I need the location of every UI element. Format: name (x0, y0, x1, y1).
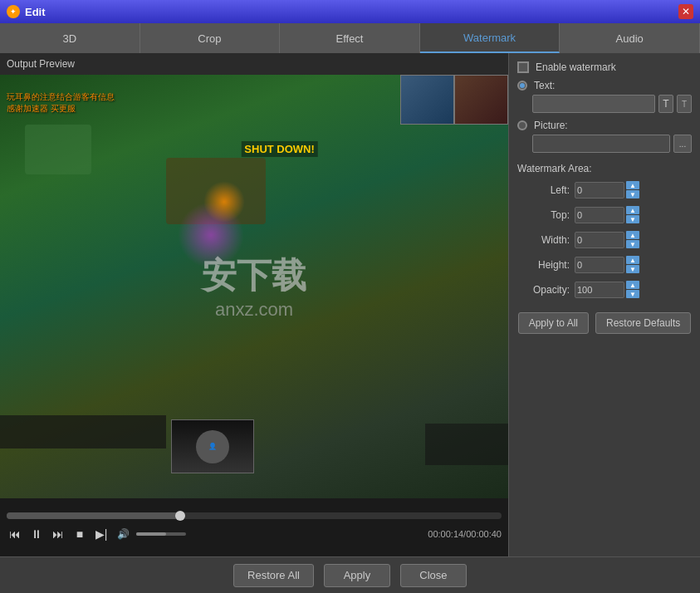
next-frame-button[interactable]: ▶| (93, 526, 110, 542)
apply-button[interactable]: Apply (324, 564, 390, 587)
height-field-row: Height: ▲ ▼ (517, 256, 692, 274)
top-down-btn[interactable]: ▼ (626, 215, 639, 223)
fast-forward-button[interactable]: ⏭ (50, 526, 66, 542)
restore-all-button[interactable]: Restore All (233, 564, 314, 587)
game-map (425, 424, 508, 465)
progress-bar[interactable] (7, 512, 502, 519)
mini-cam-content: 👤 (172, 420, 253, 473)
tab-effect[interactable]: Effect (280, 23, 420, 53)
video-controls: ⏮ ⏸ ⏭ ■ ▶| 🔊 00:00:14/00:00:40 (0, 498, 508, 556)
progress-fill (7, 512, 180, 519)
height-input[interactable] (575, 257, 624, 273)
picture-radio[interactable] (517, 120, 527, 130)
time-display: 00:00:14/00:00:40 (428, 529, 502, 539)
tab-crop[interactable]: Crop (140, 23, 281, 53)
tab-bar: 3D Crop Effect Watermark Audio (0, 23, 700, 53)
thumb-2 (454, 75, 508, 125)
text-label: Text: (534, 80, 555, 91)
text-style-icon: T (682, 100, 687, 109)
top-input[interactable] (575, 207, 624, 223)
apply-all-row: Apply to All Restore Defaults (517, 312, 692, 334)
left-field-row: Left: ▲ ▼ (517, 181, 692, 199)
width-spinner: ▲ ▼ (575, 231, 692, 249)
titlebar: ✦ Edit ✕ (0, 0, 700, 23)
mini-cam: 👤 (171, 419, 254, 473)
window-title: Edit (25, 6, 678, 18)
left-spinner-btns: ▲ ▼ (626, 181, 639, 199)
tab-audio[interactable]: Audio (560, 23, 700, 53)
video-area: 玩耳鼻的注意结合游客有信息 感谢加速器 买更服 SHUT DOWN! 安下载 a… (0, 75, 508, 498)
game-detail-1 (25, 125, 91, 174)
volume-icon: 🔊 (115, 526, 131, 542)
opacity-up-btn[interactable]: ▲ (626, 281, 639, 289)
opacity-field-row: Opacity: ▲ ▼ (517, 281, 692, 299)
width-spinner-btns: ▲ ▼ (626, 231, 639, 249)
text-input-field[interactable] (532, 95, 655, 113)
opacity-input[interactable] (575, 282, 624, 298)
enable-watermark-row: Enable watermark (517, 61, 692, 73)
opacity-down-btn[interactable]: ▼ (626, 290, 639, 298)
explosion-effect (203, 181, 245, 223)
shut-down-text: SHUT DOWN! (241, 141, 318, 157)
tab-watermark[interactable]: Watermark (420, 23, 560, 53)
browse-icon: ... (679, 140, 686, 149)
chat-line-2: 感谢加速器 买更服 (7, 103, 115, 115)
volume-slider[interactable] (136, 532, 186, 536)
bottom-bar: Restore All Apply Close (0, 556, 700, 593)
left-up-btn[interactable]: ▲ (626, 181, 639, 189)
width-field-row: Width: ▲ ▼ (517, 231, 692, 249)
height-spinner: ▲ ▼ (575, 256, 692, 274)
browse-button[interactable]: ... (673, 135, 692, 153)
close-dialog-button[interactable]: Close (400, 564, 467, 587)
watermark-area-label: Watermark Area: (517, 163, 692, 174)
pause-button[interactable]: ⏸ (28, 526, 45, 542)
right-panel: Enable watermark Text: T T (509, 53, 700, 556)
text-radio[interactable] (517, 81, 527, 91)
width-input[interactable] (575, 232, 624, 248)
main-window: ✦ Edit ✕ 3D Crop Effect Watermark Audio … (0, 0, 700, 593)
rewind-button[interactable]: ⏮ (7, 526, 23, 542)
width-up-btn[interactable]: ▲ (626, 231, 639, 239)
text-format-button[interactable]: T (658, 95, 673, 113)
progress-knob[interactable] (175, 511, 185, 521)
controls-row: ⏮ ⏸ ⏭ ■ ▶| 🔊 00:00:14/00:00:40 (7, 526, 502, 542)
restore-defaults-button[interactable]: Restore Defaults (595, 312, 691, 334)
opacity-spinner: ▲ ▼ (575, 281, 692, 299)
text-radio-row: Text: (517, 80, 692, 91)
enable-watermark-checkbox[interactable] (517, 61, 529, 73)
game-hud (0, 415, 166, 448)
left-down-btn[interactable]: ▼ (626, 190, 639, 198)
video-content: 玩耳鼻的注意结合游客有信息 感谢加速器 买更服 SHUT DOWN! 安下载 a… (0, 75, 508, 498)
text-style-button[interactable]: T (677, 95, 692, 113)
game-chat: 玩耳鼻的注意结合游客有信息 感谢加速器 买更服 (7, 91, 115, 115)
left-label: Left: (524, 184, 570, 196)
picture-section: Picture: ... (517, 120, 692, 153)
width-label: Width: (524, 234, 570, 246)
picture-radio-row: Picture: (517, 120, 692, 131)
left-spinner: ▲ ▼ (575, 181, 692, 199)
left-input[interactable] (575, 182, 624, 198)
opacity-label: Opacity: (524, 284, 570, 296)
text-input-row: T T (532, 95, 692, 113)
picture-path-input[interactable] (532, 135, 670, 153)
height-spinner-btns: ▲ ▼ (626, 256, 639, 274)
picture-label: Picture: (534, 120, 568, 131)
height-label: Height: (524, 259, 570, 271)
top-field-row: Top: ▲ ▼ (517, 206, 692, 224)
main-content: Output Preview (0, 53, 700, 556)
left-panel: Output Preview (0, 53, 509, 556)
height-up-btn[interactable]: ▲ (626, 256, 639, 264)
close-button[interactable]: ✕ (678, 4, 693, 19)
output-preview-label: Output Preview (0, 53, 508, 75)
top-up-btn[interactable]: ▲ (626, 206, 639, 214)
text-radio-inner (520, 83, 525, 88)
width-down-btn[interactable]: ▼ (626, 240, 639, 248)
chat-line-1: 玩耳鼻的注意结合游客有信息 (7, 91, 115, 103)
apply-to-all-button[interactable]: Apply to All (518, 312, 589, 334)
avatar-placeholder: 👤 (196, 430, 229, 463)
opacity-spinner-btns: ▲ ▼ (626, 281, 639, 299)
app-icon: ✦ (7, 5, 20, 18)
tab-3d[interactable]: 3D (0, 23, 140, 53)
height-down-btn[interactable]: ▼ (626, 265, 639, 273)
stop-button[interactable]: ■ (71, 526, 88, 542)
